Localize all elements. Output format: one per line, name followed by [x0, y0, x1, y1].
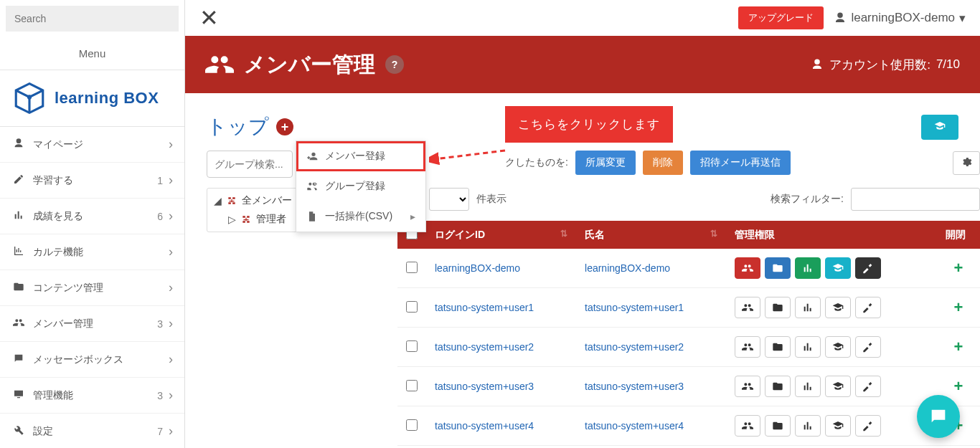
- login-link[interactable]: tatsuno-system+user3: [435, 381, 534, 392]
- name-link[interactable]: tatsuno-system+user1: [585, 302, 684, 313]
- perm-cap-button[interactable]: [825, 257, 851, 279]
- sidebar-item-label: 管理機能: [33, 389, 157, 402]
- name-link[interactable]: tatsuno-system+user3: [585, 381, 684, 392]
- dropdown-item-label: グループ登録: [325, 180, 385, 193]
- perm-hammer-button[interactable]: [855, 376, 881, 397]
- graduation-cap-icon: [933, 120, 947, 132]
- perm-users-button[interactable]: [735, 257, 760, 279]
- sidebar-item-badge: 1: [157, 175, 163, 186]
- sidebar-item-2[interactable]: 成績を見る 6 ›: [0, 199, 184, 234]
- sidebar-item-5[interactable]: メンバー管理 3 ›: [0, 306, 184, 342]
- entries-label: 件表示: [476, 193, 507, 206]
- perm-users-button[interactable]: [735, 376, 760, 397]
- row-checkbox[interactable]: [406, 301, 418, 313]
- close-icon[interactable]: ✕: [199, 4, 219, 32]
- expand-button[interactable]: +: [937, 249, 980, 288]
- dropdown-item-1[interactable]: グループ登録: [296, 171, 425, 201]
- tree-child-label: 管理者: [256, 213, 286, 226]
- chevron-right-icon: ›: [169, 352, 173, 367]
- expand-button[interactable]: +: [937, 446, 980, 449]
- sidebar-item-1[interactable]: 学習する 1 ›: [0, 163, 184, 199]
- table-row: tatsuno-system+user3 tatsuno-system+user…: [397, 367, 980, 406]
- perm-chart-bar-button[interactable]: [795, 415, 821, 437]
- upgrade-button[interactable]: アップグレード: [738, 6, 824, 29]
- login-link[interactable]: tatsuno-system+user4: [435, 420, 534, 432]
- entries-select[interactable]: [429, 188, 469, 211]
- tree-collapse-icon[interactable]: ◢: [213, 195, 222, 206]
- svg-line-1: [435, 151, 505, 159]
- dropdown-item-0[interactable]: メンバー登録: [296, 141, 425, 171]
- name-link[interactable]: tatsuno-system+user4: [585, 420, 684, 432]
- users-plus-icon: [306, 181, 318, 192]
- dropdown-item-2[interactable]: 一括操作(CSV) ▸: [296, 201, 425, 232]
- perm-hammer-button[interactable]: [855, 336, 881, 358]
- sidebar-item-label: 設定: [33, 425, 157, 438]
- perm-users-button[interactable]: [735, 415, 760, 437]
- wrench-icon: [11, 424, 26, 438]
- sidebar-item-6[interactable]: メッセージボックス ›: [0, 342, 184, 378]
- settings-button[interactable]: [953, 151, 980, 175]
- perm-hammer-button[interactable]: [855, 257, 881, 279]
- perm-users-button[interactable]: [735, 336, 760, 358]
- logo[interactable]: learning BOX: [0, 70, 184, 127]
- login-link[interactable]: tatsuno-system+user1: [435, 302, 534, 313]
- sidebar-item-8[interactable]: 設定 7 ›: [0, 414, 184, 448]
- expand-button[interactable]: +: [937, 328, 980, 367]
- name-link[interactable]: tatsuno-system+user2: [585, 341, 684, 353]
- breadcrumb-title[interactable]: トップ: [207, 113, 269, 140]
- perm-chart-bar-button[interactable]: [795, 297, 821, 318]
- help-icon[interactable]: ?: [385, 55, 404, 74]
- name-link[interactable]: learningBOX-demo: [585, 262, 670, 274]
- org-icon: [240, 214, 252, 224]
- sidebar-item-3[interactable]: カルテ機能 ›: [0, 234, 184, 270]
- login-link[interactable]: tatsuno-system+user2: [435, 341, 534, 353]
- sidebar-item-label: 成績を見る: [33, 210, 157, 223]
- th-name[interactable]: 氏名⇅: [576, 221, 726, 249]
- th-login[interactable]: ログインID⇅: [426, 221, 576, 249]
- graduation-button[interactable]: [921, 115, 958, 140]
- chat-icon: [11, 353, 26, 366]
- row-checkbox[interactable]: [406, 262, 418, 273]
- sidebar-item-0[interactable]: マイページ ›: [0, 127, 184, 163]
- user-name: learningBOX-demo: [851, 11, 955, 25]
- row-checkbox[interactable]: [406, 340, 418, 352]
- perm-hammer-button[interactable]: [855, 415, 881, 437]
- search-input[interactable]: [6, 6, 179, 32]
- row-checkbox[interactable]: [406, 380, 418, 391]
- search-filter-input[interactable]: [851, 188, 980, 211]
- group-search-input[interactable]: [207, 151, 293, 178]
- table-row: tatsuno-system+user4 tatsuno-system+user…: [397, 406, 980, 446]
- perm-cap-button[interactable]: [825, 415, 851, 437]
- perm-chart-bar-button[interactable]: [795, 376, 821, 397]
- perm-chart-bar-button[interactable]: [795, 257, 821, 279]
- folder-icon: [11, 281, 26, 295]
- sidebar-item-badge: 3: [157, 318, 163, 330]
- login-link[interactable]: learningBOX-demo: [435, 262, 520, 274]
- perm-chart-bar-button[interactable]: [795, 336, 821, 358]
- user-menu[interactable]: learningBOX-demo ▾: [834, 11, 966, 26]
- row-checkbox[interactable]: [406, 419, 418, 431]
- perm-cap-button[interactable]: [825, 297, 851, 318]
- perm-folder-button[interactable]: [765, 336, 791, 358]
- delete-button[interactable]: 削除: [643, 151, 683, 175]
- expand-button[interactable]: +: [937, 288, 980, 328]
- perm-users-button[interactable]: [735, 297, 760, 318]
- tree-expand-icon[interactable]: ▷: [227, 214, 236, 225]
- change-affiliation-button[interactable]: 所属変更: [575, 151, 636, 175]
- resend-invite-button[interactable]: 招待メール再送信: [690, 151, 791, 175]
- chevron-right-icon: ›: [169, 280, 173, 295]
- perm-folder-button[interactable]: [765, 415, 791, 437]
- perm-folder-button[interactable]: [765, 257, 791, 279]
- perm-cap-button[interactable]: [825, 336, 851, 358]
- add-button[interactable]: +: [276, 118, 293, 135]
- chat-bubble-button[interactable]: [917, 395, 960, 438]
- perm-cap-button[interactable]: [825, 376, 851, 397]
- perm-hammer-button[interactable]: [855, 297, 881, 318]
- perm-folder-button[interactable]: [765, 376, 791, 397]
- table-row: tatsuno-system+user1 tatsuno-system+user…: [397, 288, 980, 328]
- sidebar-item-badge: 3: [157, 390, 163, 401]
- sidebar-item-7[interactable]: 管理機能 3 ›: [0, 378, 184, 414]
- bulk-action-label: クしたものを:: [505, 156, 568, 169]
- sidebar-item-4[interactable]: コンテンツ管理 ›: [0, 270, 184, 306]
- perm-folder-button[interactable]: [765, 297, 791, 318]
